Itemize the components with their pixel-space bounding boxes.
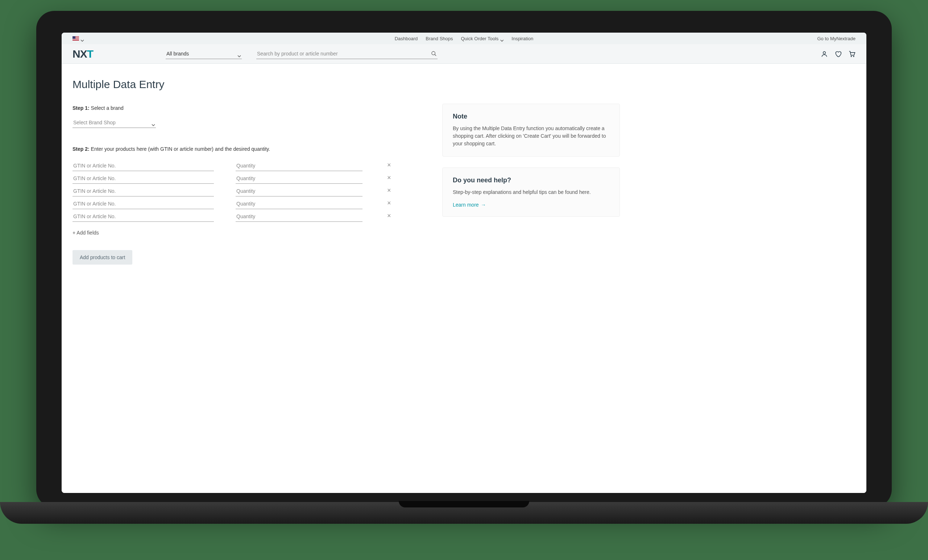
gtin-input[interactable]	[72, 159, 214, 171]
main-header: NXT All brands	[62, 44, 866, 64]
remove-row-button[interactable]: ×	[384, 174, 394, 182]
cart-icon[interactable]	[848, 50, 856, 58]
entry-row: ×	[72, 172, 406, 184]
logo-nx: NX	[72, 48, 87, 60]
remove-row-button[interactable]: ×	[384, 187, 394, 194]
chevron-down-icon	[237, 53, 241, 55]
header-icons	[821, 50, 856, 58]
help-text: Step-by-step explanations and helpful ti…	[453, 188, 609, 196]
gtin-input[interactable]	[72, 210, 214, 222]
flag-icon	[72, 36, 79, 41]
page-title: Multiple Data Entry	[72, 78, 406, 91]
laptop-notch	[399, 501, 529, 507]
svg-point-4	[853, 56, 854, 56]
logo-t: T	[87, 48, 93, 60]
brand-filter-dropdown[interactable]: All brands	[166, 49, 242, 59]
svg-point-0	[432, 52, 435, 55]
entry-row: ×	[72, 185, 406, 197]
help-card: Do you need help? Step-by-step explanati…	[442, 168, 620, 217]
step2-label: Step 2: Enter your products here (with G…	[72, 146, 406, 152]
svg-point-2	[823, 52, 826, 54]
note-title: Note	[453, 113, 609, 121]
entry-row: ×	[72, 197, 406, 209]
top-utility-bar: Dashboard Brand Shops Quick Order Tools …	[62, 33, 866, 44]
learn-more-link[interactable]: Learn more →	[453, 202, 609, 208]
step2-text: Enter your products here (with GTIN or a…	[91, 146, 270, 152]
quantity-input[interactable]	[236, 172, 362, 184]
wishlist-icon[interactable]	[835, 50, 842, 58]
learn-more-label: Learn more	[453, 202, 479, 208]
quantity-input[interactable]	[236, 210, 362, 222]
quantity-input[interactable]	[236, 159, 362, 171]
side-column: Note By using the Multiple Data Entry fu…	[442, 104, 620, 478]
gtin-input[interactable]	[72, 185, 214, 197]
chevron-down-icon	[151, 121, 155, 124]
account-icon[interactable]	[821, 50, 828, 58]
nav-inspiration[interactable]: Inspiration	[511, 36, 533, 41]
brand-select-dropdown[interactable]: Select Brand Shop	[72, 117, 156, 128]
top-nav: Dashboard Brand Shops Quick Order Tools …	[395, 36, 534, 41]
content-area: Multiple Data Entry Step 1: Select a bra…	[62, 64, 866, 493]
remove-row-button[interactable]: ×	[384, 199, 394, 207]
arrow-right-icon: →	[481, 202, 486, 208]
note-text: By using the Multiple Data Entry functio…	[453, 125, 609, 148]
gtin-input[interactable]	[72, 172, 214, 184]
entry-row: ×	[72, 159, 406, 171]
gtin-input[interactable]	[72, 197, 214, 209]
help-title: Do you need help?	[453, 177, 609, 184]
step2-bold: Step 2:	[72, 146, 90, 152]
svg-line-1	[435, 54, 436, 56]
add-fields-button[interactable]: + Add fields	[72, 230, 406, 236]
nav-mynextrade[interactable]: Go to MyNextrade	[817, 36, 856, 41]
search-bar	[256, 49, 438, 59]
svg-point-3	[851, 56, 852, 56]
screen: Dashboard Brand Shops Quick Order Tools …	[62, 33, 866, 493]
language-selector[interactable]	[72, 36, 84, 41]
laptop-frame: Dashboard Brand Shops Quick Order Tools …	[36, 11, 892, 507]
entry-rows: ×××××	[72, 159, 406, 222]
logo[interactable]: NXT	[72, 48, 93, 60]
chevron-down-icon	[81, 37, 84, 40]
step1-label: Step 1: Select a brand	[72, 105, 406, 111]
quantity-input[interactable]	[236, 197, 362, 209]
nav-brand-shops[interactable]: Brand Shops	[426, 36, 453, 41]
remove-row-button[interactable]: ×	[384, 212, 394, 220]
step1-bold: Step 1:	[72, 105, 90, 111]
search-icon[interactable]	[431, 51, 437, 56]
note-card: Note By using the Multiple Data Entry fu…	[442, 104, 620, 157]
quantity-input[interactable]	[236, 185, 362, 197]
nav-quick-order-label: Quick Order Tools	[461, 36, 499, 41]
add-products-to-cart-button[interactable]: Add products to cart	[72, 250, 132, 265]
entry-row: ×	[72, 210, 406, 222]
remove-row-button[interactable]: ×	[384, 161, 394, 169]
nav-dashboard[interactable]: Dashboard	[395, 36, 418, 41]
brand-select-placeholder: Select Brand Shop	[73, 120, 116, 125]
nav-quick-order-tools[interactable]: Quick Order Tools	[461, 36, 504, 41]
search-input[interactable]	[257, 51, 431, 56]
main-column: Multiple Data Entry Step 1: Select a bra…	[72, 78, 406, 478]
step1-text: Select a brand	[91, 105, 124, 111]
brand-filter-label: All brands	[166, 51, 189, 56]
chevron-down-icon	[500, 37, 504, 40]
